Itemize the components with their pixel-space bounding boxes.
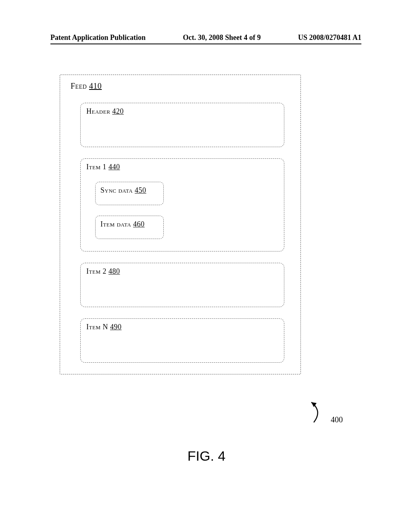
figure-label: FIG. 4 <box>0 448 413 464</box>
header-box-label: Header <box>86 107 110 115</box>
header-rule <box>50 44 361 44</box>
item1-box: Item 1 440 Sync data 450 Item data 460 <box>80 158 284 251</box>
header-right: US 2008/0270481 A1 <box>298 33 361 42</box>
sync-ref: 450 <box>135 186 146 194</box>
item2-label: Item 2 <box>86 267 106 275</box>
item2-box: Item 2 480 <box>80 263 284 307</box>
feed-title: Feed 410 <box>71 81 284 91</box>
sync-label: Sync data <box>100 186 133 194</box>
itemdata-ref: 460 <box>133 220 145 228</box>
feed-ref: 410 <box>89 81 102 90</box>
itemn-label: Item N <box>86 323 108 331</box>
header-center: Oct. 30, 2008 Sheet 4 of 9 <box>183 33 261 42</box>
page-header: Patent Application Publication Oct. 30, … <box>50 33 361 42</box>
item2-ref: 480 <box>108 267 120 275</box>
header-left: Patent Application Publication <box>50 33 146 42</box>
item-data-box: Item data 460 <box>95 216 164 239</box>
itemdata-label: Item data <box>100 220 131 228</box>
header-box: Header 420 <box>80 103 284 147</box>
itemn-box: Item N 490 <box>80 318 284 363</box>
item1-label: Item 1 <box>86 163 106 171</box>
header-box-ref: 420 <box>112 107 124 115</box>
callout-ref: 400 <box>331 415 343 424</box>
diagram: Feed 410 Header 420 Item 1 440 Sync data… <box>60 75 301 374</box>
item1-ref: 440 <box>108 163 120 171</box>
feed-box: Feed 410 Header 420 Item 1 440 Sync data… <box>60 75 301 374</box>
sync-data-box: Sync data 450 <box>95 182 164 205</box>
itemn-ref: 490 <box>110 323 122 331</box>
feed-label: Feed <box>71 81 87 90</box>
